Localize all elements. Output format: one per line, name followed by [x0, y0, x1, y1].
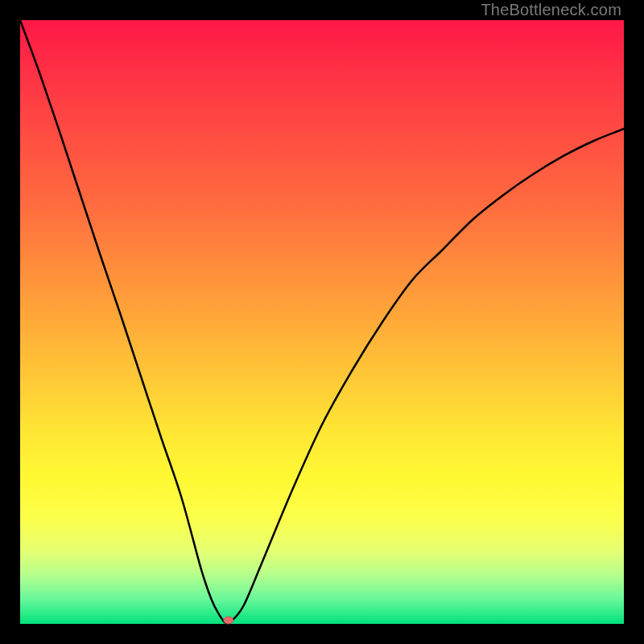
chart-frame: TheBottleneck.com — [0, 0, 644, 644]
chart-plot-area — [20, 20, 624, 624]
watermark-text: TheBottleneck.com — [481, 1, 621, 19]
